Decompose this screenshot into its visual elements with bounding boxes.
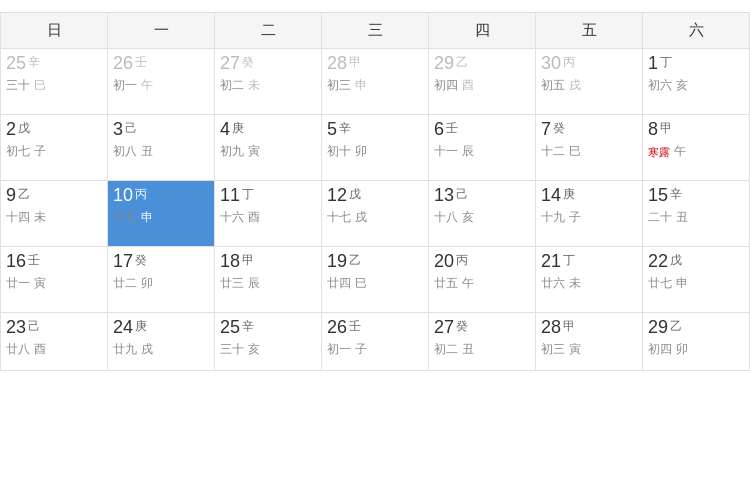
heavenly-stem: 癸 (242, 53, 254, 71)
heavenly-stem: 庚 (232, 119, 244, 137)
calendar-day-cell[interactable]: 27癸初二丑 (429, 313, 536, 371)
day-number: 25 (220, 317, 240, 339)
day-number: 7 (541, 119, 551, 141)
heavenly-stem: 辛 (242, 317, 254, 335)
day-number: 14 (541, 185, 561, 207)
calendar-day-cell[interactable]: 14庚十九子 (536, 181, 643, 247)
calendar-day-cell[interactable]: 4庚初九寅 (215, 115, 322, 181)
day-number: 15 (648, 185, 668, 207)
day-number: 26 (113, 53, 133, 75)
lunar-date: 十九 (541, 209, 565, 226)
day-number: 28 (541, 317, 561, 339)
calendar-day-cell[interactable]: 22戊廿七申 (643, 247, 750, 313)
calendar-day-cell[interactable]: 13己十八亥 (429, 181, 536, 247)
calendar-day-cell[interactable]: 27癸初二未 (215, 49, 322, 115)
calendar-week-row: 16壬廿一寅17癸廿二卯18甲廿三辰19乙廿四巳20丙廿五午21丁廿六未22戊廿… (1, 247, 750, 313)
calendar-day-cell[interactable]: 1丁初六亥 (643, 49, 750, 115)
calendar-day-cell[interactable]: 28甲初三申 (322, 49, 429, 115)
day-number: 6 (434, 119, 444, 141)
heavenly-stem: 乙 (18, 185, 30, 203)
calendar-day-cell[interactable]: 23己廿八酉 (1, 313, 108, 371)
heavenly-stem: 丙 (563, 53, 575, 71)
calendar-day-cell[interactable]: 3己初八丑 (108, 115, 215, 181)
calendar-day-cell[interactable]: 28甲初三寅 (536, 313, 643, 371)
earthly-branch: 申 (141, 209, 153, 226)
calendar-day-cell[interactable]: 12戊十七戌 (322, 181, 429, 247)
earthly-branch: 子 (355, 341, 367, 358)
calendar-day-cell[interactable]: 20丙廿五午 (429, 247, 536, 313)
lunar-date: 十一 (434, 143, 458, 160)
lunar-date: 初四 (648, 341, 672, 358)
lunar-date: 初五 (541, 77, 565, 94)
earthly-branch: 巳 (355, 275, 367, 292)
lunar-date: 初一 (113, 77, 137, 94)
calendar-day-cell[interactable]: 19乙廿四巳 (322, 247, 429, 313)
heavenly-stem: 甲 (349, 53, 361, 71)
heavenly-stem: 辛 (670, 185, 682, 203)
calendar-day-cell[interactable]: 24庚廿九戌 (108, 313, 215, 371)
earthly-branch: 巳 (34, 77, 46, 94)
lunar-date: 廿四 (327, 275, 351, 292)
heavenly-stem: 壬 (135, 53, 147, 71)
calendar-day-cell[interactable]: 10丙十五申 (108, 181, 215, 247)
earthly-branch: 未 (34, 209, 46, 226)
weekday-header-row: 日一二三四五六 (1, 13, 750, 49)
calendar-day-cell[interactable]: 26壬初一子 (322, 313, 429, 371)
lunar-date: 初四 (434, 77, 458, 94)
calendar-day-cell[interactable]: 25辛三十巳 (1, 49, 108, 115)
lunar-date: 十五 (113, 209, 137, 226)
earthly-branch: 寅 (248, 143, 260, 160)
lunar-date: 初七 (6, 143, 30, 160)
day-number: 19 (327, 251, 347, 273)
calendar-day-cell[interactable]: 18甲廿三辰 (215, 247, 322, 313)
lunar-date: 十二 (541, 143, 565, 160)
calendar-week-row: 25辛三十巳26壬初一午27癸初二未28甲初三申29乙初四酉30丙初五戌1丁初六… (1, 49, 750, 115)
day-number: 16 (6, 251, 26, 273)
earthly-branch: 辰 (462, 143, 474, 160)
calendar-day-cell[interactable]: 17癸廿二卯 (108, 247, 215, 313)
lunar-date: 三十 (220, 341, 244, 358)
lunar-date: 二十 (648, 209, 672, 226)
lunar-date: 廿三 (220, 275, 244, 292)
heavenly-stem: 乙 (456, 53, 468, 71)
calendar-day-cell[interactable]: 30丙初五戌 (536, 49, 643, 115)
calendar-day-cell[interactable]: 5辛初十卯 (322, 115, 429, 181)
weekday-header: 六 (643, 13, 750, 49)
earthly-branch: 亥 (676, 77, 688, 94)
calendar-day-cell[interactable]: 16壬廿一寅 (1, 247, 108, 313)
calendar-day-cell[interactable]: 8甲寒露午 (643, 115, 750, 181)
calendar-day-cell[interactable]: 25辛三十亥 (215, 313, 322, 371)
lunar-date: 廿五 (434, 275, 458, 292)
earthly-branch: 午 (462, 275, 474, 292)
heavenly-stem: 乙 (349, 251, 361, 269)
earthly-branch: 巳 (569, 143, 581, 160)
earthly-branch: 丑 (141, 143, 153, 160)
earthly-branch: 寅 (34, 275, 46, 292)
day-number: 28 (327, 53, 347, 75)
day-number: 26 (327, 317, 347, 339)
lunar-date: 三十 (6, 77, 30, 94)
lunar-date: 廿二 (113, 275, 137, 292)
heavenly-stem: 壬 (28, 251, 40, 269)
lunar-date: 初九 (220, 143, 244, 160)
heavenly-stem: 丁 (563, 251, 575, 269)
calendar-day-cell[interactable]: 29乙初四酉 (429, 49, 536, 115)
calendar-day-cell[interactable]: 7癸十二巳 (536, 115, 643, 181)
calendar-day-cell[interactable]: 26壬初一午 (108, 49, 215, 115)
earthly-branch: 寅 (569, 341, 581, 358)
lunar-date: 十八 (434, 209, 458, 226)
calendar-day-cell[interactable]: 21丁廿六未 (536, 247, 643, 313)
calendar-day-cell[interactable]: 11丁十六酉 (215, 181, 322, 247)
calendar-day-cell[interactable]: 2戊初七子 (1, 115, 108, 181)
day-number: 1 (648, 53, 658, 75)
day-number: 20 (434, 251, 454, 273)
calendar-day-cell[interactable]: 9乙十四未 (1, 181, 108, 247)
day-number: 2 (6, 119, 16, 141)
calendar-day-cell[interactable]: 6壬十一辰 (429, 115, 536, 181)
heavenly-stem: 丙 (135, 185, 147, 203)
heavenly-stem: 癸 (135, 251, 147, 269)
day-number: 21 (541, 251, 561, 273)
earthly-branch: 未 (248, 77, 260, 94)
calendar-day-cell[interactable]: 15辛二十丑 (643, 181, 750, 247)
calendar-day-cell[interactable]: 29乙初四卯 (643, 313, 750, 371)
